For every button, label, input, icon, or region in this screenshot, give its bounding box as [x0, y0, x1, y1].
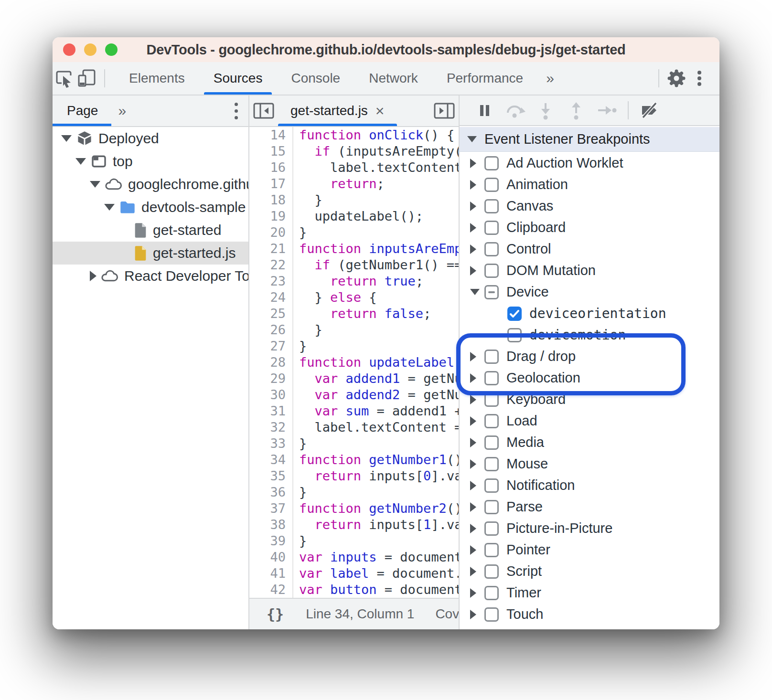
breakpoint-row-dom-mutation[interactable]: DOM Mutation: [460, 260, 719, 281]
breakpoint-row-devicemotion[interactable]: devicemotion: [460, 324, 719, 346]
line-number[interactable]: 29: [249, 371, 293, 387]
breakpoint-row-canvas[interactable]: Canvas: [460, 195, 719, 217]
tree-item-react-developer-to[interactable]: React Developer To: [53, 265, 248, 287]
breakpoint-expander-icon[interactable]: [470, 202, 484, 211]
breakpoint-row-load[interactable]: Load: [460, 410, 719, 432]
line-number[interactable]: 20: [249, 224, 293, 241]
breakpoint-expander-icon[interactable]: [470, 502, 484, 512]
breakpoint-expander-icon[interactable]: [470, 180, 484, 190]
breakpoint-row-pointer[interactable]: Pointer: [460, 539, 719, 561]
breakpoint-row-notification[interactable]: Notification: [460, 475, 719, 496]
line-number[interactable]: 15: [249, 143, 293, 159]
breakpoint-expander-icon[interactable]: [470, 289, 484, 295]
checkbox-unchecked[interactable]: [484, 457, 499, 471]
breakpoint-expander-icon[interactable]: [470, 159, 484, 168]
breakpoint-row-keyboard[interactable]: Keyboard: [460, 389, 719, 410]
breakpoint-expander-icon[interactable]: [470, 588, 484, 598]
tab-sources[interactable]: Sources: [199, 62, 277, 95]
tree-expander-icon[interactable]: [104, 204, 116, 211]
panel-left-toggle-icon[interactable]: [249, 95, 278, 126]
line-number[interactable]: 40: [249, 549, 293, 565]
breakpoint-expander-icon[interactable]: [470, 545, 484, 555]
step-into-icon[interactable]: [530, 99, 561, 122]
more-navigator-tabs-button[interactable]: »: [111, 103, 133, 119]
step-out-icon[interactable]: [561, 99, 591, 122]
tab-console[interactable]: Console: [277, 62, 354, 95]
breakpoint-row-picture-in-picture[interactable]: Picture-in-Picture: [460, 518, 719, 539]
checkbox-unchecked[interactable]: [484, 371, 499, 385]
breakpoint-expander-icon[interactable]: [470, 266, 484, 276]
line-number[interactable]: 32: [249, 419, 293, 435]
line-number[interactable]: 31: [249, 403, 293, 419]
checkbox-unchecked[interactable]: [484, 543, 499, 557]
line-number[interactable]: 36: [249, 484, 293, 500]
breakpoint-row-clipboard[interactable]: Clipboard: [460, 217, 719, 238]
breakpoint-expander-icon[interactable]: [470, 610, 484, 619]
breakpoint-row-ad-auction-worklet[interactable]: Ad Auction Worklet: [460, 152, 719, 174]
breakpoint-expander-icon[interactable]: [470, 567, 484, 576]
breakpoint-row-touch[interactable]: Touch: [460, 604, 719, 625]
breakpoint-expander-icon[interactable]: [470, 416, 484, 426]
line-number[interactable]: 37: [249, 500, 293, 517]
breakpoint-row-media[interactable]: Media: [460, 432, 719, 453]
breakpoint-row-control[interactable]: Control: [460, 238, 719, 260]
line-number[interactable]: 34: [249, 452, 293, 468]
breakpoint-expander-icon[interactable]: [470, 352, 484, 361]
checkbox-checked[interactable]: [507, 307, 522, 321]
breakpoint-row-mouse[interactable]: Mouse: [460, 453, 719, 475]
line-number[interactable]: 42: [249, 582, 293, 598]
checkbox-unchecked[interactable]: [507, 328, 522, 342]
tree-item-googlechrome-githu[interactable]: googlechrome.githu: [53, 173, 248, 196]
breakpoint-row-script[interactable]: Script: [460, 561, 719, 582]
tree-item-top[interactable]: top: [53, 150, 248, 173]
breakpoint-expander-icon[interactable]: [470, 395, 484, 404]
line-number[interactable]: 24: [249, 289, 293, 306]
line-number[interactable]: 28: [249, 354, 293, 371]
tree-expander-icon[interactable]: [90, 271, 96, 281]
navigator-kebab-menu-icon[interactable]: [235, 103, 238, 119]
line-number[interactable]: 30: [249, 387, 293, 403]
deactivate-breakpoints-icon[interactable]: [634, 99, 665, 122]
line-number[interactable]: 38: [249, 517, 293, 533]
line-number[interactable]: 19: [249, 208, 293, 224]
breakpoint-expander-icon[interactable]: [470, 459, 484, 469]
editor-tab-get-started-js[interactable]: get-started.js ×: [278, 95, 397, 126]
breakpoint-expander-icon[interactable]: [470, 438, 484, 447]
tree-item-get-started-js[interactable]: get-started.js: [53, 242, 248, 265]
gear-icon[interactable]: [665, 67, 688, 90]
line-number[interactable]: 33: [249, 435, 293, 452]
panel-right-toggle-icon[interactable]: [430, 95, 459, 126]
checkbox-unchecked[interactable]: [484, 478, 499, 493]
checkbox-unchecked[interactable]: [484, 500, 499, 514]
step-over-icon[interactable]: [500, 99, 530, 122]
checkbox-unchecked[interactable]: [484, 178, 499, 192]
inspect-element-icon[interactable]: [53, 67, 75, 90]
event-listener-breakpoints-header[interactable]: Event Listener Breakpoints: [460, 127, 719, 152]
line-number[interactable]: 17: [249, 176, 293, 192]
breakpoint-row-animation[interactable]: Animation: [460, 174, 719, 195]
tree-expander-icon[interactable]: [61, 135, 73, 142]
tab-network[interactable]: Network: [354, 62, 432, 95]
checkbox-unchecked[interactable]: [484, 392, 499, 407]
checkbox-unchecked[interactable]: [484, 242, 499, 256]
pretty-print-button[interactable]: {}: [267, 606, 284, 623]
line-number[interactable]: 35: [249, 468, 293, 484]
breakpoint-expander-icon[interactable]: [470, 223, 484, 233]
checkbox-unchecked[interactable]: [484, 264, 499, 278]
line-number[interactable]: 23: [249, 273, 293, 289]
checkbox-unchecked[interactable]: [484, 221, 499, 235]
line-number[interactable]: 21: [249, 241, 293, 257]
checkbox-unchecked[interactable]: [484, 586, 499, 600]
tab-performance[interactable]: Performance: [432, 62, 537, 95]
device-toolbar-icon[interactable]: [75, 67, 98, 90]
tree-item-devtools-sample[interactable]: devtools-sample: [53, 196, 248, 219]
checkbox-unchecked[interactable]: [484, 156, 499, 170]
breakpoint-row-deviceorientation[interactable]: deviceorientation: [460, 303, 719, 324]
checkbox-unchecked[interactable]: [484, 607, 499, 622]
tree-item-get-started[interactable]: get-started: [53, 219, 248, 242]
kebab-menu-icon[interactable]: [688, 67, 711, 90]
line-number[interactable]: 41: [249, 565, 293, 582]
breakpoint-row-parse[interactable]: Parse: [460, 496, 719, 518]
checkbox-unchecked[interactable]: [484, 414, 499, 428]
tree-expander-icon[interactable]: [90, 181, 100, 188]
